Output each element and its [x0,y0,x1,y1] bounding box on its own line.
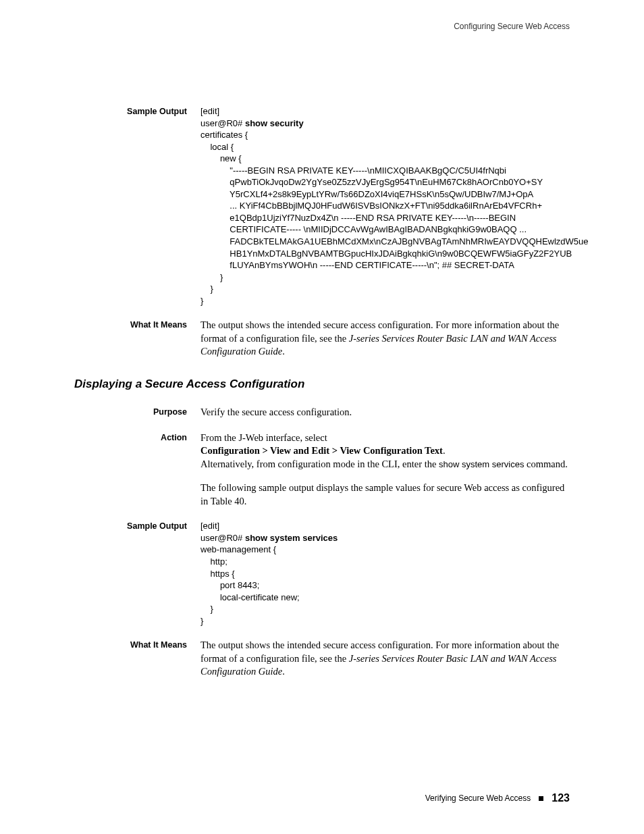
section-purpose: Purpose Verify the secure access configu… [74,406,570,419]
what-it-means-text-1: The output shows the intended secure acc… [200,319,570,359]
page-footer: Verifying Secure Web Access 123 [425,792,570,804]
section-heading: Displaying a Secure Access Configuration [74,377,570,391]
square-icon [539,796,543,801]
code-block-1: [edit] user@R0# show security certificat… [200,105,589,307]
action-text: From the J-Web interface, select Configu… [200,432,570,509]
label-what-it-means-2: What It Means [74,639,200,679]
page-header: Configuring Secure Web Access [74,22,570,31]
section-sample-output-1: Sample Output [edit] user@R0# show secur… [74,105,570,307]
label-what-it-means: What It Means [74,319,200,359]
code-block-2: [edit] user@R0# show system services web… [200,520,570,627]
section-action: Action From the J-Web interface, select … [74,432,570,509]
section-what-it-means-2: What It Means The output shows the inten… [74,639,570,679]
label-action: Action [74,432,200,509]
footer-text: Verifying Secure Web Access [425,793,531,803]
label-purpose: Purpose [74,406,200,419]
page-number: 123 [552,792,570,804]
page: Configuring Secure Web Access Sample Out… [0,0,644,834]
what-it-means-text-2: The output shows the intended secure acc… [200,639,570,679]
section-sample-output-2: Sample Output [edit] user@R0# show syste… [74,520,570,627]
section-what-it-means-1: What It Means The output shows the inten… [74,319,570,359]
purpose-text: Verify the secure access configuration. [200,406,570,419]
label-sample-output: Sample Output [74,105,200,307]
label-sample-output-2: Sample Output [74,520,200,627]
header-title: Configuring Secure Web Access [454,22,570,31]
